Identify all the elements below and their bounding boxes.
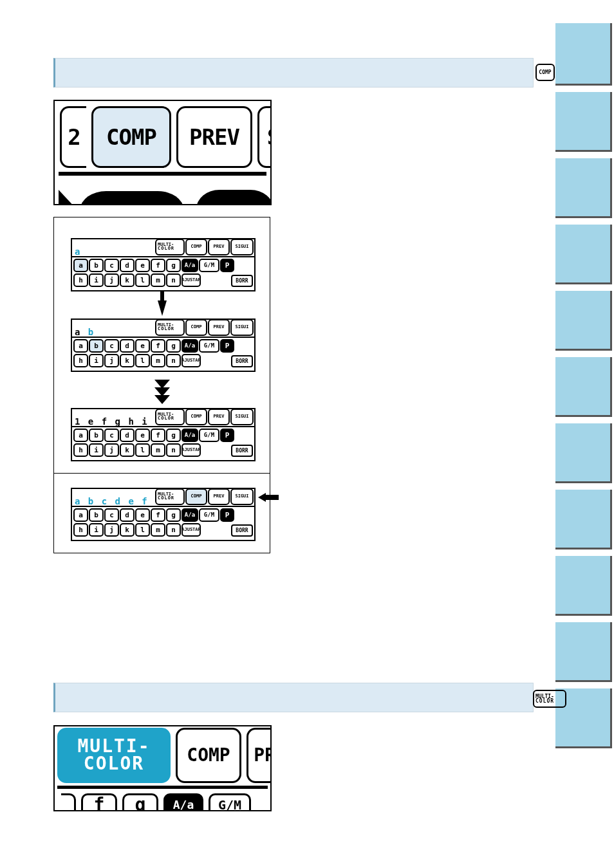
- borr-button[interactable]: BORR: [231, 275, 253, 287]
- key-p[interactable]: P: [220, 339, 234, 353]
- prev-button[interactable]: PREV: [208, 319, 230, 336]
- key-ajustar[interactable]: AJUSTAR: [181, 273, 201, 287]
- key-gm[interactable]: G/M: [199, 429, 219, 442]
- key-g[interactable]: g: [166, 339, 181, 353]
- comp-button[interactable]: COMP: [185, 488, 207, 505]
- sigui-button[interactable]: SIGUI: [230, 488, 254, 505]
- key-i[interactable]: i: [89, 354, 104, 367]
- multicolor-button[interactable]: MULTI-COLOR: [155, 319, 185, 336]
- key-l[interactable]: l: [135, 443, 150, 457]
- side-tab[interactable]: [555, 225, 612, 284]
- prev-button[interactable]: PREV: [208, 409, 230, 425]
- key-h[interactable]: h: [73, 354, 88, 367]
- key-e[interactable]: e: [135, 259, 150, 272]
- key-g[interactable]: g: [166, 259, 181, 272]
- side-tab[interactable]: [555, 423, 612, 483]
- key-f[interactable]: f: [151, 259, 165, 272]
- key-g[interactable]: g: [122, 793, 158, 811]
- key-e[interactable]: e: [135, 339, 150, 353]
- key-g[interactable]: g: [166, 508, 181, 522]
- key-gm[interactable]: G/M: [209, 793, 251, 811]
- key-c[interactable]: c: [104, 339, 119, 353]
- multicolor-button[interactable]: MULTI-COLOR: [155, 239, 185, 255]
- key-case-toggle[interactable]: A/a: [181, 339, 198, 353]
- key-f[interactable]: f: [81, 793, 117, 811]
- key-f[interactable]: f: [151, 508, 165, 522]
- key-j[interactable]: j: [104, 273, 119, 287]
- key-p[interactable]: P: [220, 508, 234, 522]
- key-b[interactable]: b: [89, 259, 104, 272]
- side-tab[interactable]: [555, 357, 612, 417]
- key-a[interactable]: a: [73, 429, 88, 442]
- key-p[interactable]: P: [220, 429, 234, 442]
- key-k[interactable]: k: [120, 523, 135, 537]
- multicolor-button[interactable]: MULTI-COLOR: [155, 488, 185, 505]
- comp-button[interactable]: COMP: [185, 409, 207, 425]
- key-a[interactable]: a: [73, 339, 88, 353]
- key-d[interactable]: d: [120, 259, 135, 272]
- sig-button[interactable]: SIG: [257, 106, 272, 168]
- key-case-toggle[interactable]: A/a: [163, 793, 203, 811]
- borr-button[interactable]: BORR: [231, 524, 253, 537]
- key-a[interactable]: a: [73, 259, 88, 272]
- sigui-button[interactable]: SIGUI: [230, 319, 254, 336]
- key-l[interactable]: l: [135, 273, 150, 287]
- borr-button[interactable]: BORR: [231, 355, 253, 367]
- borr-button[interactable]: BORR: [231, 445, 253, 457]
- key-l[interactable]: l: [135, 523, 150, 537]
- key-l[interactable]: l: [135, 354, 150, 367]
- comp-button[interactable]: COMP: [185, 239, 207, 255]
- key-k[interactable]: k: [120, 273, 135, 287]
- key-j[interactable]: j: [104, 523, 119, 537]
- side-tab[interactable]: [555, 291, 612, 351]
- prev-button[interactable]: PREV: [208, 239, 230, 255]
- key-e[interactable]: e: [135, 429, 150, 442]
- prev-button[interactable]: PREV: [176, 106, 252, 168]
- key-case-toggle[interactable]: A/a: [181, 259, 198, 272]
- key-n[interactable]: n: [166, 273, 181, 287]
- sigui-button[interactable]: SIGUI: [230, 239, 254, 255]
- key-i[interactable]: i: [89, 273, 104, 287]
- key-j[interactable]: j: [104, 443, 119, 457]
- key-ajustar[interactable]: AJUSTAR: [181, 354, 201, 367]
- key-c[interactable]: c: [104, 259, 119, 272]
- side-tab[interactable]: [555, 622, 612, 682]
- multicolor-button[interactable]: MULTI-COLOR: [57, 728, 171, 783]
- side-tab[interactable]: [555, 556, 612, 616]
- key-case-toggle[interactable]: A/a: [181, 429, 198, 442]
- key-m[interactable]: m: [151, 443, 165, 457]
- key-f[interactable]: f: [151, 429, 165, 442]
- key-b[interactable]: b: [89, 508, 104, 522]
- side-tab[interactable]: [555, 23, 612, 86]
- key-d[interactable]: d: [120, 508, 135, 522]
- key-f[interactable]: f: [151, 339, 165, 353]
- key-gm[interactable]: G/M: [199, 339, 219, 353]
- key-g[interactable]: g: [166, 429, 181, 442]
- key-ajustar[interactable]: AJUSTAR: [181, 443, 201, 457]
- key-m[interactable]: m: [151, 273, 165, 287]
- key-n[interactable]: n: [166, 443, 181, 457]
- key-j[interactable]: j: [104, 354, 119, 367]
- key-h[interactable]: h: [73, 523, 88, 537]
- key-m[interactable]: m: [151, 354, 165, 367]
- key-c[interactable]: c: [104, 429, 119, 442]
- side-tab[interactable]: [555, 158, 612, 218]
- side-tab[interactable]: [555, 490, 612, 549]
- key-k[interactable]: k: [120, 354, 135, 367]
- key-gm[interactable]: G/M: [199, 259, 219, 272]
- side-tab[interactable]: [555, 92, 612, 152]
- key-case-toggle[interactable]: A/a: [181, 508, 198, 522]
- key-a[interactable]: a: [73, 508, 88, 522]
- key-gm[interactable]: G/M: [199, 508, 219, 522]
- key-n[interactable]: n: [166, 354, 181, 367]
- key-h[interactable]: h: [73, 273, 88, 287]
- key-p[interactable]: P: [220, 259, 234, 272]
- key-i[interactable]: i: [89, 523, 104, 537]
- key-b[interactable]: b: [89, 339, 104, 353]
- prev-button[interactable]: PREV: [208, 488, 230, 505]
- key-e[interactable]: e: [135, 508, 150, 522]
- key-n[interactable]: n: [166, 523, 181, 537]
- multicolor-button[interactable]: MULTI-COLOR: [155, 409, 185, 425]
- key-h[interactable]: h: [73, 443, 88, 457]
- comp-button[interactable]: COMP: [185, 319, 207, 336]
